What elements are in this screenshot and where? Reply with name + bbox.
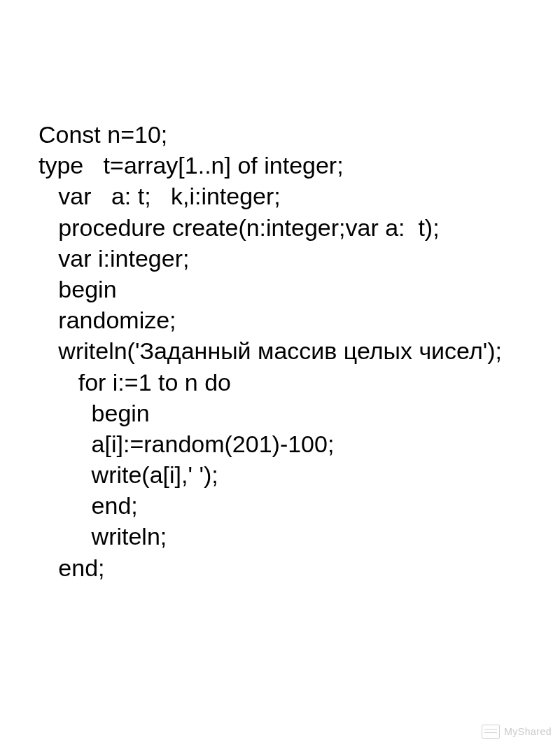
code-block: Const n=10; type t=array[1..n] of intege… <box>38 119 522 583</box>
slide-body: Const n=10; type t=array[1..n] of intege… <box>0 0 560 747</box>
slides-icon <box>482 725 500 739</box>
watermark: MyShared <box>482 725 552 739</box>
watermark-text: MyShared <box>504 726 552 737</box>
